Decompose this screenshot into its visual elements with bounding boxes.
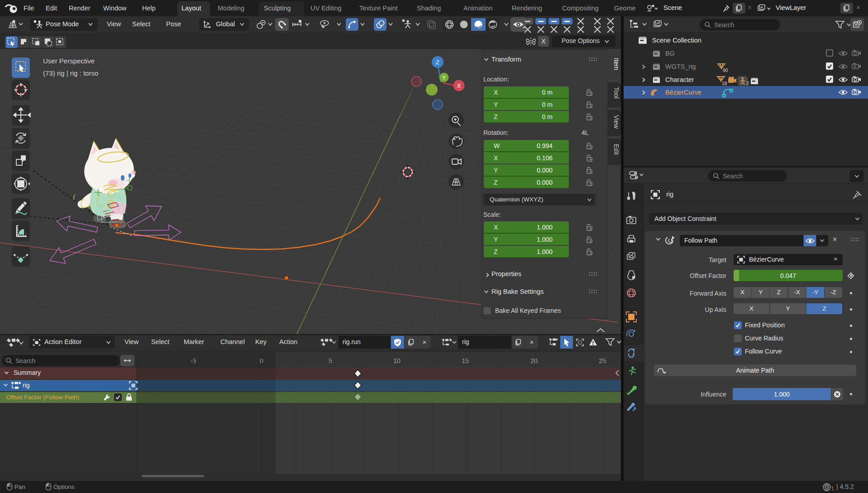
svg-text:18: 18 (722, 81, 727, 86)
svg-text:90: 90 (723, 67, 728, 73)
svg-text:2: 2 (746, 81, 749, 86)
